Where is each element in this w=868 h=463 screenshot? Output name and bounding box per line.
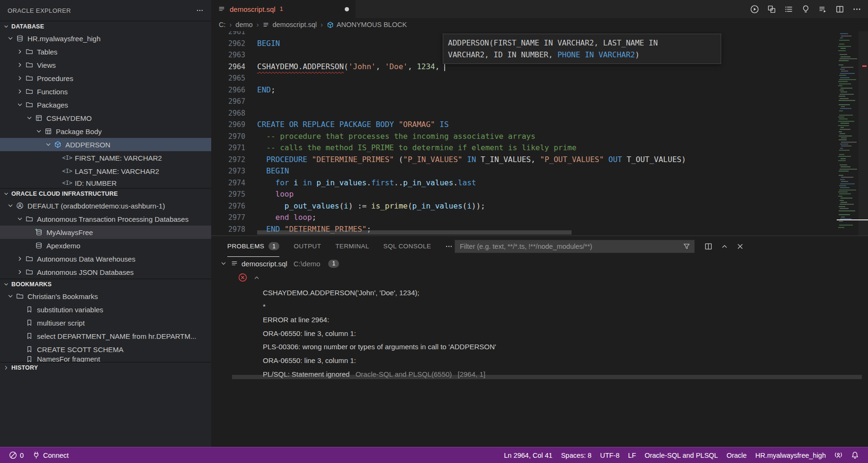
package-icon xyxy=(34,114,44,122)
tree-item-label: Autonomous JSON Databases xyxy=(37,268,134,276)
status-problem-count[interactable]: 0 xyxy=(5,451,28,459)
error-icon xyxy=(238,273,247,282)
database-icon xyxy=(15,35,25,42)
tree-item-autonomous-transaction-processing-databa[interactable]: Autonomous Transaction Processing Databa… xyxy=(0,212,211,226)
chevron-down-icon xyxy=(15,215,24,223)
chevron-right-icon xyxy=(2,364,10,371)
breadcrumb-symbol[interactable]: ANONYMOUS BLOCK xyxy=(337,21,407,28)
section-bookmarks[interactable]: BOOKMARKS xyxy=(0,279,211,290)
status-cursor-position[interactable]: Ln 2964, Col 41 xyxy=(500,452,556,459)
split-panel-button[interactable] xyxy=(704,242,713,251)
tree-item-procedures[interactable]: Procedures xyxy=(0,72,211,85)
status-eol[interactable]: LF xyxy=(624,452,640,459)
tree-item-autonomous-data-warehouses[interactable]: Autonomous Data Warehouses xyxy=(0,252,211,265)
tree-item-addperson[interactable]: ADDPERSON xyxy=(0,138,211,151)
breadcrumb-drive[interactable]: C: xyxy=(219,21,226,28)
tree-item-label: Autonomous Transaction Processing Databa… xyxy=(37,215,188,223)
notifications-bell-icon[interactable] xyxy=(847,451,863,459)
tooltip-active-param: PHONE IN VARCHAR2 xyxy=(557,50,635,59)
tree-item-autonomous-json-databases[interactable]: Autonomous JSON Databases xyxy=(0,265,211,279)
outline-button[interactable] xyxy=(784,5,793,14)
status-indentation[interactable]: Spaces: 8 xyxy=(557,452,596,459)
tree-item-first-name-varchar2[interactable]: <I>FIRST_NAME: VARCHAR2 xyxy=(0,151,211,164)
tree-item-default-oradbdotnetdemo-us-ashburn-1[interactable]: DEFAULT (oradbdotnetdemo:us-ashburn-1) xyxy=(0,199,211,212)
modified-dot-icon[interactable] xyxy=(345,7,349,11)
breadcrumb-file[interactable]: demoscript.sql xyxy=(272,21,316,28)
tree-item-namesfor-fragment[interactable]: NamesFor fragment xyxy=(0,356,211,362)
status-oracle[interactable]: Oracle xyxy=(722,452,751,459)
tree-item-last-name-varchar2[interactable]: <I>LAST_NAME: VARCHAR2 xyxy=(0,164,211,178)
tree-item-apexdemo[interactable]: Apexdemo xyxy=(0,239,211,252)
split-editor-button[interactable] xyxy=(835,5,844,14)
panel-more-tabs-button[interactable] xyxy=(445,243,453,250)
problems-filter-input[interactable] xyxy=(459,242,683,251)
bookmark-icon xyxy=(24,356,35,362)
tab-sql-console[interactable]: SQL CONSOLE xyxy=(384,236,431,257)
tab-terminal[interactable]: TERMINAL xyxy=(335,236,369,257)
minimap[interactable] xyxy=(837,32,858,228)
lightbulb-button[interactable] xyxy=(801,5,810,14)
close-panel-button[interactable] xyxy=(736,242,744,251)
more-actions-button[interactable] xyxy=(852,5,861,14)
editor-horizontal-scrollbar[interactable] xyxy=(257,230,572,235)
tab-output[interactable]: OUTPUT xyxy=(294,236,321,257)
tree-item-label: DEFAULT (oradbdotnetdemo:us-ashburn-1) xyxy=(27,202,165,210)
circle-slash-icon xyxy=(9,451,17,459)
problem-item[interactable]: CSHAYDEMO.ADDPERSON('John', 'Doe', 1234)… xyxy=(211,270,868,381)
code-line-2970: 2970 -- procedure that processes the inc… xyxy=(211,131,686,143)
maximize-panel-button[interactable] xyxy=(720,242,729,251)
filter-icon[interactable] xyxy=(683,243,690,250)
collapse-message-icon[interactable] xyxy=(253,274,260,281)
run-list-button[interactable] xyxy=(818,5,827,14)
status-encoding[interactable]: UTF-8 xyxy=(596,452,624,459)
tree-item-myalwaysfree[interactable]: MyAlwaysFree xyxy=(0,226,211,239)
tab-problems[interactable]: PROBLEMS 1 xyxy=(227,236,279,257)
file-icon xyxy=(231,260,238,267)
tab-demoscript-sql[interactable]: demoscript.sql 1 xyxy=(211,0,356,18)
status-connect[interactable]: Connect xyxy=(28,451,73,459)
editor-vertical-scrollbar[interactable] xyxy=(859,31,868,236)
tree-item-packages[interactable]: Packages xyxy=(0,98,211,111)
tree-item-christian-s-bookmarks[interactable]: Christian's Bookmarks xyxy=(0,290,211,303)
status-count-label: 0 xyxy=(20,452,24,459)
code-editor[interactable]: 29612962BEGIN29632964CSHAYDEMO.ADDPERSON… xyxy=(211,31,868,236)
tree-item-hr-myalwaysfree-high[interactable]: HR.myalwaysfree_high xyxy=(0,32,211,45)
tree-item-label: LAST_NAME: VARCHAR2 xyxy=(75,167,159,175)
remote-icon[interactable] xyxy=(830,451,847,459)
tree-item-functions[interactable]: Functions xyxy=(0,85,211,98)
chevron-down-icon xyxy=(34,127,43,135)
tree-item-id-number[interactable]: <I>ID: NUMBER xyxy=(0,178,211,188)
tree-item-tables[interactable]: Tables xyxy=(0,45,211,58)
error-message-line: PLS-00306: wrong number or types of argu… xyxy=(263,340,868,354)
run-script-button[interactable] xyxy=(750,5,759,14)
explorer-tree: DATABASEHR.myalwaysfree_highTablesViewsP… xyxy=(0,21,211,373)
code-line-2972: 2972 PROCEDURE "DETERMINE_PRIMES" ("P_IN… xyxy=(211,154,686,166)
tree-item-label: Package Body xyxy=(56,127,102,136)
database-icon xyxy=(34,242,44,249)
tooltip-line1: ADDPERSON(FIRST_NAME IN VARCHAR2, LAST_N… xyxy=(448,37,716,49)
breadcrumb-folder[interactable]: demo xyxy=(235,21,252,28)
code-line-2971: 2971 -- calls the method IS_PRIME to det… xyxy=(211,142,686,154)
section-oracle-cloud-infrastructure[interactable]: ORACLE CLOUD INFRASTRUCTURE xyxy=(0,188,211,199)
tree-item-multiuser-script[interactable]: multiuser script xyxy=(0,316,211,329)
tree-item-substitution-variables[interactable]: substitution variables xyxy=(0,303,211,316)
folder-icon xyxy=(24,48,35,55)
section-label: BOOKMARKS xyxy=(11,281,52,288)
status-db-connection[interactable]: HR.myalwaysfree_high xyxy=(751,452,830,459)
open-changes-button[interactable] xyxy=(767,5,776,14)
tree-item-select-department-name-from-hr-departm[interactable]: select DEPARTMENT_NAME from hr.DEPARTM..… xyxy=(0,329,211,343)
tree-item-label: MyAlwaysFree xyxy=(46,228,93,236)
status-language-mode[interactable]: Oracle-SQL and PLSQL xyxy=(640,452,722,459)
tree-item-cshaydemo[interactable]: CSHAYDEMO xyxy=(0,111,211,125)
code-line-2976: 2976 p_out_values(i) := is_prime(p_in_va… xyxy=(211,200,686,212)
tree-item-label: select DEPARTMENT_NAME from hr.DEPARTM..… xyxy=(37,332,196,340)
tree-item-package-body[interactable]: Package Body xyxy=(0,125,211,138)
section-history[interactable]: HISTORY xyxy=(0,362,211,373)
section-database[interactable]: DATABASE xyxy=(0,21,211,32)
tree-item-create-scott-schema[interactable]: CREATE SCOTT SCHEMA xyxy=(0,343,211,356)
panel-horizontal-scrollbar[interactable] xyxy=(232,375,862,379)
tree-item-views[interactable]: Views xyxy=(0,58,211,72)
sidebar-header: ORACLE EXPLORER xyxy=(0,0,211,21)
problems-file-row[interactable]: demoscript.sql C:\demo 1 xyxy=(211,257,868,270)
sidebar-more-actions-icon[interactable] xyxy=(196,7,204,14)
